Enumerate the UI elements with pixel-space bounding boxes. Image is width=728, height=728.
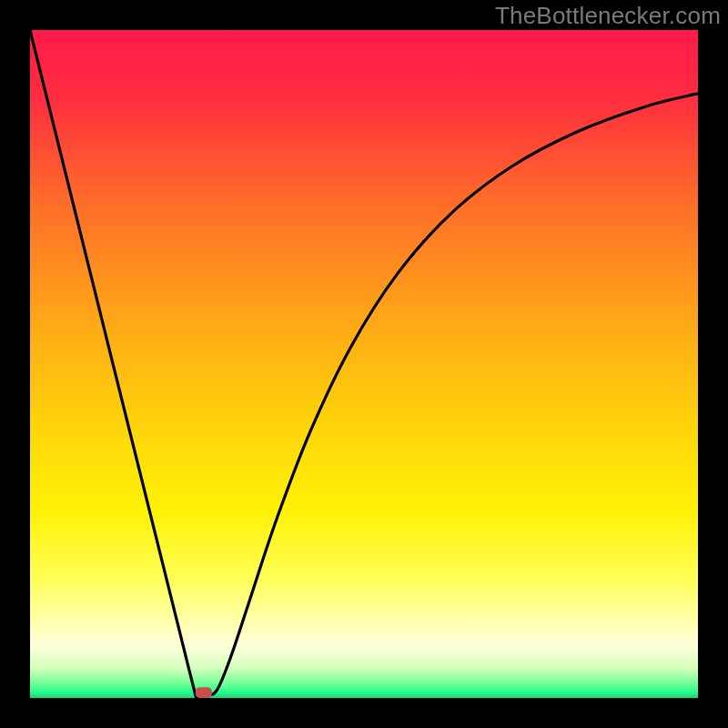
chart-svg <box>30 30 698 698</box>
gradient-background <box>30 30 698 698</box>
chart-frame: TheBottlenecker.com <box>0 0 728 728</box>
plot-area <box>30 30 698 698</box>
optimum-marker <box>196 687 212 698</box>
attribution-text: TheBottlenecker.com <box>495 2 721 30</box>
